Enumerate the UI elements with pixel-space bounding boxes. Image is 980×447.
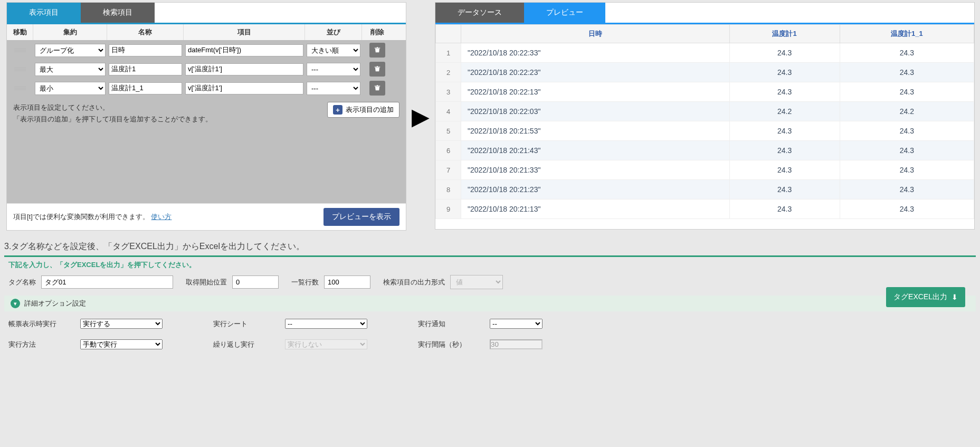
tab-display-items[interactable]: 表示項目 [7, 3, 81, 23]
label-exec-on-display: 帳票表示時実行 [8, 319, 71, 329]
display-name-input[interactable] [109, 82, 182, 94]
cell-temp1: 24.3 [729, 160, 840, 180]
preview-col-temp1: 温度計1 [729, 25, 840, 43]
show-preview-button[interactable]: プレビューを表示 [324, 208, 399, 226]
delete-row-button[interactable] [369, 81, 385, 96]
label-exec-sheet: 実行シート [213, 319, 275, 329]
exec-notify-select[interactable]: -- [490, 319, 543, 329]
row-number: 6 [436, 141, 461, 160]
tab-datasource[interactable]: データソース [435, 3, 524, 23]
plus-icon: + [333, 105, 342, 115]
cell-temp1-1: 24.3 [840, 160, 974, 180]
advanced-options-toggle[interactable]: ▾ 詳細オプション設定 [4, 296, 976, 311]
exec-method-select[interactable]: 手動で実行 [80, 339, 163, 349]
tag-excel-export-button[interactable]: タグEXCEL出力 ⬇ [886, 287, 965, 307]
table-row: 5"2022/10/18 20:21:53"24.324.3 [436, 121, 974, 141]
grid-row: グループ化最大最小大きい順--- [7, 41, 406, 60]
item-expression-input[interactable] [185, 82, 303, 94]
table-row: 4"2022/10/18 20:22:03"24.224.2 [436, 102, 974, 121]
display-name-input[interactable] [109, 44, 182, 56]
preview-col-datetime: 日時 [461, 25, 730, 43]
aggregation-select[interactable]: グループ化最大最小 [35, 44, 106, 57]
item-expression-input[interactable] [185, 44, 303, 56]
label-repeat-exec: 繰り返し実行 [213, 340, 275, 349]
preview-col-rownum [436, 25, 461, 43]
table-row: 7"2022/10/18 20:21:33"24.324.3 [436, 160, 974, 180]
table-row: 1"2022/10/18 20:22:33"24.324.3 [436, 43, 974, 63]
cell-temp1: 24.3 [729, 121, 840, 141]
repeat-exec-select: 実行しない [285, 339, 367, 349]
table-row: 3"2022/10/18 20:22:13"24.324.3 [436, 82, 974, 102]
cell-datetime: "2022/10/18 20:21:53" [461, 121, 730, 141]
download-icon: ⬇ [952, 293, 958, 301]
table-row: 9"2022/10/18 20:21:13"24.324.3 [436, 199, 974, 219]
col-header-del: 削除 [362, 24, 393, 40]
drag-handle-icon[interactable] [7, 67, 33, 71]
cell-datetime: "2022/10/18 20:22:33" [461, 43, 730, 63]
cell-datetime: "2022/10/18 20:22:03" [461, 102, 730, 121]
row-number: 9 [436, 199, 461, 219]
add-button-label: 表示項目の追加 [346, 105, 394, 115]
drag-handle-icon[interactable] [7, 86, 33, 90]
label-exec-notify: 実行通知 [418, 319, 480, 329]
grid-row: グループ化最大最小大きい順--- [7, 60, 406, 79]
start-pos-input[interactable] [232, 275, 279, 289]
item-expression-input[interactable] [185, 63, 303, 75]
cell-temp1-1: 24.3 [840, 43, 974, 63]
row-number: 5 [436, 121, 461, 141]
search-format-select: 値 [450, 275, 503, 289]
col-header-move: 移動 [7, 24, 33, 40]
cell-temp1-1: 24.3 [840, 82, 974, 102]
label-exec-interval: 実行間隔（秒） [418, 340, 480, 349]
section3-title: 3.タグ名称などを設定後、「タグEXCEL出力」からExcelを出力してください… [4, 240, 976, 255]
cell-datetime: "2022/10/18 20:22:23" [461, 63, 730, 82]
cell-datetime: "2022/10/18 20:21:33" [461, 160, 730, 180]
cell-temp1-1: 24.3 [840, 63, 974, 82]
row-number: 4 [436, 102, 461, 121]
col-header-agg: 集約 [33, 24, 107, 40]
preview-col-temp1-1: 温度計1_1 [840, 25, 974, 43]
tab-search-items[interactable]: 検索項目 [81, 3, 155, 23]
exec-on-display-select[interactable]: 実行する [80, 319, 163, 329]
row-number: 3 [436, 82, 461, 102]
sort-order-select[interactable]: 大きい順--- [307, 63, 360, 76]
label-search-format: 検索項目の出力形式 [383, 278, 445, 287]
drag-handle-icon[interactable] [7, 48, 33, 52]
aggregation-select[interactable]: グループ化最大最小 [35, 63, 106, 76]
display-name-input[interactable] [109, 63, 182, 75]
delete-row-button[interactable] [369, 43, 385, 58]
col-header-name: 名称 [107, 24, 184, 40]
arrow-right-icon: ▶ [412, 105, 430, 128]
table-row: 6"2022/10/18 20:21:43"24.324.3 [436, 141, 974, 160]
cell-temp1-1: 24.3 [840, 199, 974, 219]
tab-preview[interactable]: プレビュー [524, 3, 605, 23]
cell-datetime: "2022/10/18 20:21:43" [461, 141, 730, 160]
label-exec-method: 実行方法 [8, 340, 71, 349]
col-header-item: 項目 [184, 24, 305, 40]
cell-temp1: 24.3 [729, 43, 840, 63]
usage-link[interactable]: 使い方 [151, 213, 172, 221]
cell-temp1: 24.2 [729, 102, 840, 121]
list-rows-input[interactable] [324, 275, 370, 289]
delete-row-button[interactable] [369, 62, 385, 77]
label-start-pos: 取得開始位置 [186, 278, 227, 287]
col-header-sort: 並び [305, 24, 362, 40]
footer-note: 項目[t]では便利な変換関数が利用できます。 [13, 213, 149, 221]
cell-temp1: 24.3 [729, 82, 840, 102]
exec-sheet-select[interactable]: -- [285, 319, 367, 329]
cell-temp1-1: 24.3 [840, 121, 974, 141]
chevron-down-icon: ▾ [11, 299, 20, 308]
cell-temp1: 24.3 [729, 199, 840, 219]
cell-datetime: "2022/10/18 20:21:23" [461, 180, 730, 199]
hint-line-1: 表示項目を設定してください。 [13, 102, 212, 113]
cell-temp1-1: 24.3 [840, 180, 974, 199]
sort-order-select[interactable]: 大きい順--- [307, 82, 360, 95]
aggregation-select[interactable]: グループ化最大最小 [35, 82, 106, 95]
grid-row: グループ化最大最小大きい順--- [7, 79, 406, 98]
label-tag-name: タグ名称 [8, 278, 36, 287]
advanced-options-label: 詳細オプション設定 [24, 299, 86, 308]
sort-order-select[interactable]: 大きい順--- [307, 44, 360, 57]
cell-datetime: "2022/10/18 20:21:13" [461, 199, 730, 219]
add-display-item-button[interactable]: + 表示項目の追加 [327, 102, 399, 118]
tag-name-input[interactable] [41, 275, 173, 289]
